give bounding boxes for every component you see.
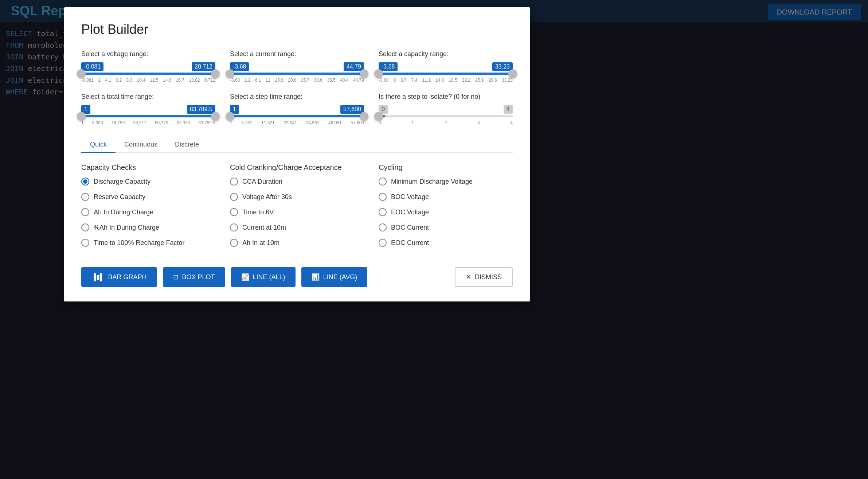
dismiss-icon: ✕ (466, 273, 471, 281)
step-isolate-slider: Is there a step to isolate? (0 for no) 0… (379, 93, 513, 124)
option-ah-in-during-charge[interactable]: Ah In During Charge (81, 208, 215, 216)
current-thumb-left[interactable] (226, 69, 234, 78)
radio-ah-in-during-charge[interactable] (81, 208, 89, 216)
option-boc-voltage[interactable]: BOC Voltage (379, 193, 513, 201)
action-buttons: ▐▮▌ BAR GRAPH ⊡ BOX PLOT 📈 LINE (ALL) 📊 … (81, 267, 513, 287)
current-fill (230, 73, 364, 75)
voltage-range-label: Select a voltage range: (81, 50, 215, 58)
tab-continuous[interactable]: Continuous (116, 137, 166, 153)
radio-time-to-6v[interactable] (230, 208, 238, 216)
options-grid: Capacity Checks Discharge Capacity Reser… (81, 163, 513, 254)
option-label-discharge-capacity: Discharge Capacity (94, 178, 150, 186)
voltage-thumb-left[interactable] (77, 69, 86, 78)
option-label-time-to-100pct-recharge: Time to 100% Recharge Factor (94, 239, 184, 247)
option-voltage-after-30s[interactable]: Voltage After 30s (230, 193, 364, 201)
capacity-range-label: Select a capacity range: (379, 50, 513, 58)
bar-graph-button[interactable]: ▐▮▌ BAR GRAPH (81, 267, 157, 287)
voltage-thumb-right[interactable] (211, 69, 220, 78)
radio-current-at-10m[interactable] (230, 223, 238, 231)
cycling-group: Cycling Minimum Discharge Voltage BOC Vo… (379, 163, 513, 254)
total-time-ticks: 18,38016,75933,51750,27567,03383,789.5 (81, 120, 215, 125)
voltage-track (81, 73, 215, 75)
voltage-min-value: -0.081 (81, 62, 103, 71)
capacity-thumb-left[interactable] (374, 69, 383, 78)
cold-cranking-group: Cold Cranking/Charge Acceptance CCA Dura… (230, 163, 364, 254)
line-avg-button[interactable]: 📊 LINE (AVG) (301, 267, 368, 287)
option-time-to-6v[interactable]: Time to 6V (230, 208, 364, 216)
cycling-title: Cycling (379, 163, 513, 172)
option-min-discharge-voltage[interactable]: Minimum Discharge Voltage (379, 178, 513, 186)
cold-cranking-title: Cold Cranking/Charge Acceptance (230, 163, 364, 172)
tab-discrete[interactable]: Discrete (166, 137, 208, 153)
radio-min-discharge-voltage[interactable] (379, 178, 387, 186)
step-time-ticks: 15,76111,52123,04134,56146,08157,600 (230, 120, 364, 125)
voltage-range-track-container[interactable]: -0.081 20.712 -0.08124.16.28.310.412.514… (81, 62, 215, 81)
radio-pct-ah-in-during-charge[interactable] (81, 223, 89, 231)
step-time-range-slider: Select a step time range: 1 57,600 15,76… (230, 93, 364, 124)
option-time-to-100pct-recharge[interactable]: Time to 100% Recharge Factor (81, 239, 215, 247)
option-boc-current[interactable]: BOC Current (379, 223, 513, 231)
capacity-min-value: -3.68 (379, 62, 398, 71)
option-ah-in-at-10m[interactable]: Ah In at 10m (230, 239, 364, 247)
current-thumb-right[interactable] (360, 69, 368, 78)
total-time-thumb-right[interactable] (211, 112, 220, 121)
current-min-value: -3.68 (230, 62, 249, 71)
option-label-cca-duration: CCA Duration (242, 178, 282, 186)
total-time-track-container[interactable]: 1 83,789.5 18,38016,75933,51750,27567,03… (81, 105, 215, 124)
option-eoc-current[interactable]: EOC Current (379, 239, 513, 247)
current-range-track-container[interactable]: -3.68 44.79 -3.681.26.11115.920.825.730.… (230, 62, 364, 81)
option-reserve-capacity[interactable]: Reserve Capacity (81, 193, 215, 201)
dismiss-button[interactable]: ✕ DISMISS (455, 267, 513, 287)
line-all-icon: 📈 (241, 273, 249, 281)
step-isolate-track (379, 115, 513, 117)
option-label-boc-voltage: BOC Voltage (391, 193, 429, 201)
option-pct-ah-in-during-charge[interactable]: %Ah In During Charge (81, 223, 215, 231)
total-time-thumb-left[interactable] (77, 112, 86, 121)
step-time-thumb-left[interactable] (226, 112, 234, 121)
plot-type-tabs: Quick Continuous Discrete (81, 137, 513, 153)
line-avg-label: LINE (AVG) (323, 273, 357, 281)
step-time-max-value: 57,600 (340, 105, 364, 114)
radio-time-to-100pct-recharge[interactable] (81, 239, 89, 247)
radio-discharge-capacity[interactable] (81, 178, 89, 186)
current-range-slider: Select a current range: -3.68 44.79 -3.6… (230, 50, 364, 81)
radio-voltage-after-30s[interactable] (230, 193, 238, 201)
radio-reserve-capacity[interactable] (81, 193, 89, 201)
step-isolate-label: Is there a step to isolate? (0 for no) (379, 93, 513, 101)
option-label-voltage-after-30s: Voltage After 30s (242, 193, 292, 201)
option-discharge-capacity[interactable]: Discharge Capacity (81, 178, 215, 186)
option-label-time-to-6v: Time to 6V (242, 209, 274, 216)
capacity-range-track-container[interactable]: -3.68 33.23 -3.6803.77.411.114.818.522.2… (379, 62, 513, 81)
box-plot-icon: ⊡ (173, 273, 179, 281)
option-label-ah-in-during-charge: Ah In During Charge (94, 209, 153, 216)
step-isolate-track-container[interactable]: 0 4 01234 (379, 105, 513, 124)
capacity-max-value: 33.23 (492, 62, 513, 71)
step-time-track-container[interactable]: 1 57,600 15,76111,52123,04134,56146,0815… (230, 105, 364, 124)
capacity-range-slider: Select a capacity range: -3.68 33.23 -3.… (379, 50, 513, 81)
line-all-button[interactable]: 📈 LINE (ALL) (231, 267, 296, 287)
tab-quick[interactable]: Quick (81, 137, 116, 153)
step-time-thumb-right[interactable] (360, 112, 368, 121)
option-label-ah-in-at-10m: Ah In at 10m (242, 239, 279, 247)
capacity-thumb-right[interactable] (508, 69, 517, 78)
radio-ah-in-at-10m[interactable] (230, 239, 238, 247)
radio-boc-voltage[interactable] (379, 193, 387, 201)
current-ticks: -3.681.26.11115.920.825.730.635.540.444.… (230, 78, 364, 83)
box-plot-button[interactable]: ⊡ BOX PLOT (163, 267, 225, 287)
option-current-at-10m[interactable]: Current at 10m (230, 223, 364, 231)
radio-eoc-current[interactable] (379, 239, 387, 247)
total-time-label: Select a total time range: (81, 93, 215, 101)
capacity-ticks: -3.6803.77.411.114.818.522.225.929.633.2… (379, 78, 513, 83)
radio-cca-duration[interactable] (230, 178, 238, 186)
current-track (230, 73, 364, 75)
option-label-boc-current: BOC Current (391, 224, 429, 231)
step-time-label: Select a step time range: (230, 93, 364, 101)
sliders-section: Select a voltage range: -0.081 20.712 -0… (81, 50, 513, 124)
total-time-max-value: 83,789.5 (187, 105, 215, 114)
option-eoc-voltage[interactable]: EOC Voltage (379, 208, 513, 216)
radio-eoc-voltage[interactable] (379, 208, 387, 216)
step-isolate-thumb[interactable] (374, 112, 383, 121)
radio-boc-current[interactable] (379, 223, 387, 231)
option-label-eoc-current: EOC Current (391, 239, 429, 247)
option-cca-duration[interactable]: CCA Duration (230, 178, 364, 186)
